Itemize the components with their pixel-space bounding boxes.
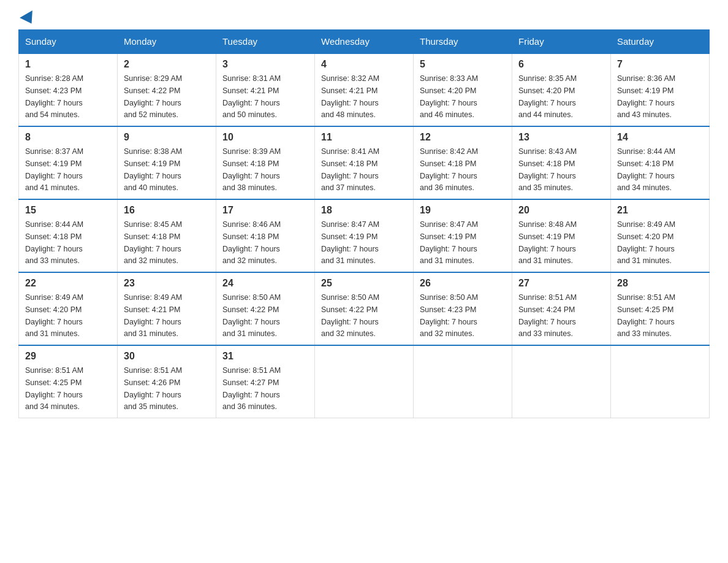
day-info: Sunrise: 8:51 AMSunset: 4:26 PMDaylight:… [124,366,182,411]
calendar-day-cell: 16 Sunrise: 8:45 AMSunset: 4:18 PMDaylig… [118,199,216,272]
day-info: Sunrise: 8:35 AMSunset: 4:20 PMDaylight:… [518,74,577,119]
day-info: Sunrise: 8:43 AMSunset: 4:18 PMDaylight:… [518,147,577,192]
calendar-header-monday: Monday [118,30,216,54]
day-number: 4 [321,59,407,70]
day-info: Sunrise: 8:46 AMSunset: 4:18 PMDaylight:… [222,220,281,265]
day-info: Sunrise: 8:29 AMSunset: 4:22 PMDaylight:… [124,74,182,119]
day-number: 11 [321,132,407,143]
day-info: Sunrise: 8:37 AMSunset: 4:19 PMDaylight:… [25,147,83,192]
day-info: Sunrise: 8:28 AMSunset: 4:23 PMDaylight:… [25,74,83,119]
day-number: 6 [518,59,604,70]
day-info: Sunrise: 8:44 AMSunset: 4:18 PMDaylight:… [25,220,83,265]
day-number: 30 [124,351,210,362]
day-number: 21 [617,205,703,216]
day-info: Sunrise: 8:50 AMSunset: 4:22 PMDaylight:… [321,293,379,338]
day-number: 14 [617,132,703,143]
calendar-week-row: 8 Sunrise: 8:37 AMSunset: 4:19 PMDayligh… [19,126,710,199]
calendar-day-cell: 17 Sunrise: 8:46 AMSunset: 4:18 PMDaylig… [216,199,315,272]
day-info: Sunrise: 8:50 AMSunset: 4:23 PMDaylight:… [420,293,478,338]
calendar-day-cell: 11 Sunrise: 8:41 AMSunset: 4:18 PMDaylig… [315,126,414,199]
page-header [18,12,710,23]
day-number: 17 [222,205,308,216]
day-number: 16 [124,205,210,216]
calendar-day-cell: 25 Sunrise: 8:50 AMSunset: 4:22 PMDaylig… [315,272,414,345]
day-info: Sunrise: 8:44 AMSunset: 4:18 PMDaylight:… [617,147,675,192]
calendar-day-cell: 14 Sunrise: 8:44 AMSunset: 4:18 PMDaylig… [611,126,710,199]
calendar-day-cell: 30 Sunrise: 8:51 AMSunset: 4:26 PMDaylig… [118,345,216,418]
calendar-day-cell: 31 Sunrise: 8:51 AMSunset: 4:27 PMDaylig… [216,345,315,418]
calendar-day-cell: 28 Sunrise: 8:51 AMSunset: 4:25 PMDaylig… [611,272,710,345]
calendar-day-cell [512,345,611,418]
day-number: 19 [420,205,506,216]
calendar-day-cell: 18 Sunrise: 8:47 AMSunset: 4:19 PMDaylig… [315,199,414,272]
day-number: 25 [321,278,407,289]
day-info: Sunrise: 8:45 AMSunset: 4:18 PMDaylight:… [124,220,182,265]
calendar-header-friday: Friday [512,30,611,54]
day-number: 15 [25,205,111,216]
day-info: Sunrise: 8:41 AMSunset: 4:18 PMDaylight:… [321,147,379,192]
day-number: 13 [518,132,604,143]
day-info: Sunrise: 8:51 AMSunset: 4:25 PMDaylight:… [25,366,83,411]
day-info: Sunrise: 8:48 AMSunset: 4:19 PMDaylight:… [518,220,577,265]
day-info: Sunrise: 8:42 AMSunset: 4:18 PMDaylight:… [420,147,478,192]
day-info: Sunrise: 8:32 AMSunset: 4:21 PMDaylight:… [321,74,379,119]
day-number: 22 [25,278,111,289]
calendar-day-cell: 8 Sunrise: 8:37 AMSunset: 4:19 PMDayligh… [19,126,118,199]
calendar-table: SundayMondayTuesdayWednesdayThursdayFrid… [18,29,710,418]
day-info: Sunrise: 8:49 AMSunset: 4:20 PMDaylight:… [617,220,675,265]
calendar-day-cell: 22 Sunrise: 8:49 AMSunset: 4:20 PMDaylig… [19,272,118,345]
calendar-header-wednesday: Wednesday [315,30,414,54]
calendar-day-cell [611,345,710,418]
day-info: Sunrise: 8:51 AMSunset: 4:24 PMDaylight:… [518,293,577,338]
calendar-header-sunday: Sunday [19,30,118,54]
calendar-day-cell: 1 Sunrise: 8:28 AMSunset: 4:23 PMDayligh… [19,53,118,126]
day-number: 8 [25,132,111,143]
day-number: 29 [25,351,111,362]
day-number: 24 [222,278,308,289]
calendar-header-tuesday: Tuesday [216,30,315,54]
calendar-week-row: 15 Sunrise: 8:44 AMSunset: 4:18 PMDaylig… [19,199,710,272]
calendar-day-cell: 20 Sunrise: 8:48 AMSunset: 4:19 PMDaylig… [512,199,611,272]
day-number: 12 [420,132,506,143]
day-number: 7 [617,59,703,70]
day-number: 31 [222,351,308,362]
day-info: Sunrise: 8:49 AMSunset: 4:21 PMDaylight:… [124,293,182,338]
day-info: Sunrise: 8:47 AMSunset: 4:19 PMDaylight:… [420,220,478,265]
day-info: Sunrise: 8:33 AMSunset: 4:20 PMDaylight:… [420,74,478,119]
calendar-day-cell: 9 Sunrise: 8:38 AMSunset: 4:19 PMDayligh… [118,126,216,199]
day-number: 5 [420,59,506,70]
calendar-week-row: 1 Sunrise: 8:28 AMSunset: 4:23 PMDayligh… [19,53,710,126]
day-info: Sunrise: 8:31 AMSunset: 4:21 PMDaylight:… [222,74,281,119]
day-number: 23 [124,278,210,289]
day-info: Sunrise: 8:49 AMSunset: 4:20 PMDaylight:… [25,293,83,338]
logo-blue-text [18,12,36,23]
day-info: Sunrise: 8:51 AMSunset: 4:25 PMDaylight:… [617,293,675,338]
calendar-day-cell [315,345,414,418]
day-number: 1 [25,59,111,70]
calendar-day-cell [414,345,512,418]
calendar-day-cell: 19 Sunrise: 8:47 AMSunset: 4:19 PMDaylig… [414,199,512,272]
day-number: 20 [518,205,604,216]
calendar-day-cell: 21 Sunrise: 8:49 AMSunset: 4:20 PMDaylig… [611,199,710,272]
calendar-day-cell: 10 Sunrise: 8:39 AMSunset: 4:18 PMDaylig… [216,126,315,199]
day-number: 10 [222,132,308,143]
calendar-day-cell: 13 Sunrise: 8:43 AMSunset: 4:18 PMDaylig… [512,126,611,199]
day-info: Sunrise: 8:51 AMSunset: 4:27 PMDaylight:… [222,366,281,411]
day-number: 27 [518,278,604,289]
calendar-day-cell: 3 Sunrise: 8:31 AMSunset: 4:21 PMDayligh… [216,53,315,126]
calendar-header-row: SundayMondayTuesdayWednesdayThursdayFrid… [19,30,710,54]
calendar-day-cell: 6 Sunrise: 8:35 AMSunset: 4:20 PMDayligh… [512,53,611,126]
calendar-day-cell: 24 Sunrise: 8:50 AMSunset: 4:22 PMDaylig… [216,272,315,345]
calendar-day-cell: 7 Sunrise: 8:36 AMSunset: 4:19 PMDayligh… [611,53,710,126]
calendar-week-row: 29 Sunrise: 8:51 AMSunset: 4:25 PMDaylig… [19,345,710,418]
day-number: 18 [321,205,407,216]
calendar-day-cell: 15 Sunrise: 8:44 AMSunset: 4:18 PMDaylig… [19,199,118,272]
calendar-day-cell: 5 Sunrise: 8:33 AMSunset: 4:20 PMDayligh… [414,53,512,126]
logo [18,12,36,23]
day-number: 3 [222,59,308,70]
day-info: Sunrise: 8:39 AMSunset: 4:18 PMDaylight:… [222,147,281,192]
calendar-header-saturday: Saturday [611,30,710,54]
day-number: 26 [420,278,506,289]
day-number: 28 [617,278,703,289]
calendar-day-cell: 29 Sunrise: 8:51 AMSunset: 4:25 PMDaylig… [19,345,118,418]
